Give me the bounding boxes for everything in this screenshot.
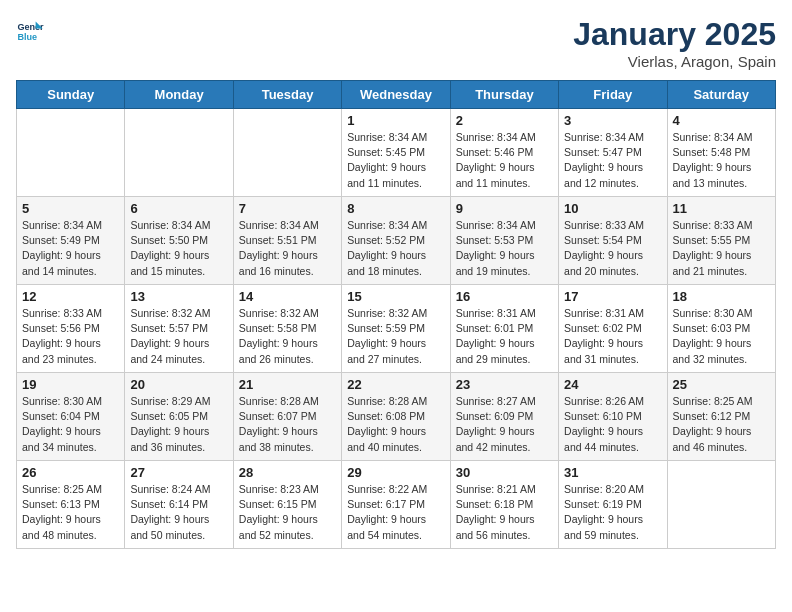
day-number: 22	[347, 377, 444, 392]
logo: General Blue	[16, 16, 44, 44]
calendar-cell: 13Sunrise: 8:32 AM Sunset: 5:57 PM Dayli…	[125, 285, 233, 373]
calendar-cell: 4Sunrise: 8:34 AM Sunset: 5:48 PM Daylig…	[667, 109, 775, 197]
calendar-cell	[17, 109, 125, 197]
calendar-cell: 7Sunrise: 8:34 AM Sunset: 5:51 PM Daylig…	[233, 197, 341, 285]
day-info: Sunrise: 8:34 AM Sunset: 5:46 PM Dayligh…	[456, 130, 553, 191]
calendar-cell: 28Sunrise: 8:23 AM Sunset: 6:15 PM Dayli…	[233, 461, 341, 549]
day-number: 12	[22, 289, 119, 304]
day-info: Sunrise: 8:30 AM Sunset: 6:04 PM Dayligh…	[22, 394, 119, 455]
weekday-header-saturday: Saturday	[667, 81, 775, 109]
day-number: 1	[347, 113, 444, 128]
calendar-cell: 23Sunrise: 8:27 AM Sunset: 6:09 PM Dayli…	[450, 373, 558, 461]
day-number: 17	[564, 289, 661, 304]
day-info: Sunrise: 8:22 AM Sunset: 6:17 PM Dayligh…	[347, 482, 444, 543]
day-info: Sunrise: 8:32 AM Sunset: 5:58 PM Dayligh…	[239, 306, 336, 367]
logo-icon: General Blue	[16, 16, 44, 44]
calendar-cell: 25Sunrise: 8:25 AM Sunset: 6:12 PM Dayli…	[667, 373, 775, 461]
calendar-cell	[125, 109, 233, 197]
day-number: 4	[673, 113, 770, 128]
day-number: 19	[22, 377, 119, 392]
weekday-header-friday: Friday	[559, 81, 667, 109]
calendar-week-row: 12Sunrise: 8:33 AM Sunset: 5:56 PM Dayli…	[17, 285, 776, 373]
calendar-cell: 24Sunrise: 8:26 AM Sunset: 6:10 PM Dayli…	[559, 373, 667, 461]
day-info: Sunrise: 8:26 AM Sunset: 6:10 PM Dayligh…	[564, 394, 661, 455]
calendar-cell: 21Sunrise: 8:28 AM Sunset: 6:07 PM Dayli…	[233, 373, 341, 461]
day-number: 13	[130, 289, 227, 304]
day-info: Sunrise: 8:34 AM Sunset: 5:47 PM Dayligh…	[564, 130, 661, 191]
day-info: Sunrise: 8:32 AM Sunset: 5:57 PM Dayligh…	[130, 306, 227, 367]
day-number: 15	[347, 289, 444, 304]
day-info: Sunrise: 8:21 AM Sunset: 6:18 PM Dayligh…	[456, 482, 553, 543]
day-info: Sunrise: 8:29 AM Sunset: 6:05 PM Dayligh…	[130, 394, 227, 455]
day-info: Sunrise: 8:34 AM Sunset: 5:45 PM Dayligh…	[347, 130, 444, 191]
day-number: 8	[347, 201, 444, 216]
day-number: 16	[456, 289, 553, 304]
day-number: 29	[347, 465, 444, 480]
day-number: 18	[673, 289, 770, 304]
weekday-header-wednesday: Wednesday	[342, 81, 450, 109]
day-info: Sunrise: 8:28 AM Sunset: 6:08 PM Dayligh…	[347, 394, 444, 455]
calendar-cell: 31Sunrise: 8:20 AM Sunset: 6:19 PM Dayli…	[559, 461, 667, 549]
calendar-cell: 16Sunrise: 8:31 AM Sunset: 6:01 PM Dayli…	[450, 285, 558, 373]
calendar-subtitle: Vierlas, Aragon, Spain	[573, 53, 776, 70]
day-number: 10	[564, 201, 661, 216]
title-block: January 2025 Vierlas, Aragon, Spain	[573, 16, 776, 70]
day-info: Sunrise: 8:24 AM Sunset: 6:14 PM Dayligh…	[130, 482, 227, 543]
day-number: 26	[22, 465, 119, 480]
day-number: 21	[239, 377, 336, 392]
day-info: Sunrise: 8:23 AM Sunset: 6:15 PM Dayligh…	[239, 482, 336, 543]
calendar-cell: 29Sunrise: 8:22 AM Sunset: 6:17 PM Dayli…	[342, 461, 450, 549]
day-info: Sunrise: 8:25 AM Sunset: 6:13 PM Dayligh…	[22, 482, 119, 543]
calendar-cell: 22Sunrise: 8:28 AM Sunset: 6:08 PM Dayli…	[342, 373, 450, 461]
day-info: Sunrise: 8:32 AM Sunset: 5:59 PM Dayligh…	[347, 306, 444, 367]
weekday-header-monday: Monday	[125, 81, 233, 109]
day-number: 28	[239, 465, 336, 480]
calendar-cell: 3Sunrise: 8:34 AM Sunset: 5:47 PM Daylig…	[559, 109, 667, 197]
day-info: Sunrise: 8:33 AM Sunset: 5:55 PM Dayligh…	[673, 218, 770, 279]
calendar-cell: 10Sunrise: 8:33 AM Sunset: 5:54 PM Dayli…	[559, 197, 667, 285]
calendar-cell: 15Sunrise: 8:32 AM Sunset: 5:59 PM Dayli…	[342, 285, 450, 373]
calendar-cell	[233, 109, 341, 197]
day-number: 3	[564, 113, 661, 128]
weekday-header-tuesday: Tuesday	[233, 81, 341, 109]
day-info: Sunrise: 8:28 AM Sunset: 6:07 PM Dayligh…	[239, 394, 336, 455]
calendar-week-row: 1Sunrise: 8:34 AM Sunset: 5:45 PM Daylig…	[17, 109, 776, 197]
calendar-cell: 12Sunrise: 8:33 AM Sunset: 5:56 PM Dayli…	[17, 285, 125, 373]
day-info: Sunrise: 8:34 AM Sunset: 5:49 PM Dayligh…	[22, 218, 119, 279]
page-header: General Blue January 2025 Vierlas, Arago…	[16, 16, 776, 70]
calendar-cell: 1Sunrise: 8:34 AM Sunset: 5:45 PM Daylig…	[342, 109, 450, 197]
day-info: Sunrise: 8:20 AM Sunset: 6:19 PM Dayligh…	[564, 482, 661, 543]
day-number: 31	[564, 465, 661, 480]
calendar-title: January 2025	[573, 16, 776, 53]
calendar-cell: 17Sunrise: 8:31 AM Sunset: 6:02 PM Dayli…	[559, 285, 667, 373]
day-number: 5	[22, 201, 119, 216]
calendar-week-row: 19Sunrise: 8:30 AM Sunset: 6:04 PM Dayli…	[17, 373, 776, 461]
calendar-cell: 20Sunrise: 8:29 AM Sunset: 6:05 PM Dayli…	[125, 373, 233, 461]
calendar-cell: 26Sunrise: 8:25 AM Sunset: 6:13 PM Dayli…	[17, 461, 125, 549]
calendar-table: SundayMondayTuesdayWednesdayThursdayFrid…	[16, 80, 776, 549]
calendar-cell: 6Sunrise: 8:34 AM Sunset: 5:50 PM Daylig…	[125, 197, 233, 285]
calendar-cell: 9Sunrise: 8:34 AM Sunset: 5:53 PM Daylig…	[450, 197, 558, 285]
day-info: Sunrise: 8:33 AM Sunset: 5:56 PM Dayligh…	[22, 306, 119, 367]
day-number: 25	[673, 377, 770, 392]
weekday-header-sunday: Sunday	[17, 81, 125, 109]
day-number: 9	[456, 201, 553, 216]
day-number: 14	[239, 289, 336, 304]
calendar-cell: 14Sunrise: 8:32 AM Sunset: 5:58 PM Dayli…	[233, 285, 341, 373]
calendar-cell: 30Sunrise: 8:21 AM Sunset: 6:18 PM Dayli…	[450, 461, 558, 549]
calendar-cell: 5Sunrise: 8:34 AM Sunset: 5:49 PM Daylig…	[17, 197, 125, 285]
day-info: Sunrise: 8:25 AM Sunset: 6:12 PM Dayligh…	[673, 394, 770, 455]
calendar-week-row: 5Sunrise: 8:34 AM Sunset: 5:49 PM Daylig…	[17, 197, 776, 285]
calendar-cell	[667, 461, 775, 549]
calendar-cell: 8Sunrise: 8:34 AM Sunset: 5:52 PM Daylig…	[342, 197, 450, 285]
calendar-cell: 19Sunrise: 8:30 AM Sunset: 6:04 PM Dayli…	[17, 373, 125, 461]
day-info: Sunrise: 8:34 AM Sunset: 5:53 PM Dayligh…	[456, 218, 553, 279]
day-number: 30	[456, 465, 553, 480]
day-number: 20	[130, 377, 227, 392]
calendar-cell: 27Sunrise: 8:24 AM Sunset: 6:14 PM Dayli…	[125, 461, 233, 549]
day-info: Sunrise: 8:27 AM Sunset: 6:09 PM Dayligh…	[456, 394, 553, 455]
day-number: 23	[456, 377, 553, 392]
day-info: Sunrise: 8:34 AM Sunset: 5:51 PM Dayligh…	[239, 218, 336, 279]
day-number: 27	[130, 465, 227, 480]
day-info: Sunrise: 8:33 AM Sunset: 5:54 PM Dayligh…	[564, 218, 661, 279]
